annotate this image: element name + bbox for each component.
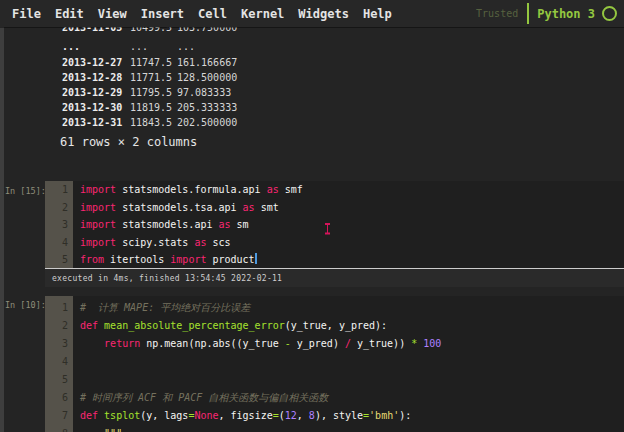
menu-bar: FileEditViewInsertCellKernelWidgetsHelp … bbox=[0, 0, 624, 27]
menu-item-widgets[interactable]: Widgets bbox=[298, 7, 349, 21]
code-line: import statsmodels.api as sm bbox=[80, 216, 624, 234]
table-cell: 2013-12-29 bbox=[62, 86, 122, 99]
menu-item-help[interactable]: Help bbox=[363, 7, 392, 21]
table-cell: 11795.5 bbox=[130, 86, 172, 99]
menu-item-cell[interactable]: Cell bbox=[198, 7, 227, 21]
menu-item-view[interactable]: View bbox=[98, 7, 127, 21]
menu-item-kernel[interactable]: Kernel bbox=[241, 7, 284, 21]
table-row: 2013-12-2811771.5128.500000 bbox=[0, 71, 624, 84]
code-line: import statsmodels.formula.api as smf bbox=[80, 181, 624, 199]
input-prompt-cell1: In [15]: bbox=[5, 186, 46, 196]
menu-item-file[interactable]: File bbox=[12, 7, 41, 21]
table-row: 2013-12-2911795.597.083333 bbox=[0, 86, 624, 99]
line-number: 3 bbox=[45, 335, 73, 353]
table-cell: 11771.5 bbox=[130, 71, 172, 84]
line-number: 4 bbox=[45, 353, 73, 371]
dataframe-output: 61 rows × 2 columns 2013-11-0510499.5103… bbox=[0, 27, 624, 160]
code-line bbox=[80, 371, 624, 389]
code-line: from itertools import product bbox=[80, 251, 624, 269]
code-line bbox=[80, 353, 624, 371]
line-number: 5 bbox=[45, 371, 73, 389]
code-cell-imports[interactable]: 12345 import statsmodels.formula.api as … bbox=[45, 181, 624, 269]
menu-item-insert[interactable]: Insert bbox=[141, 7, 184, 21]
line-number: 4 bbox=[45, 234, 73, 252]
table-row-ellipsis: ......... bbox=[0, 40, 624, 53]
table-cell: 11747.5 bbox=[130, 56, 172, 69]
mouse-text-cursor-icon bbox=[324, 223, 331, 234]
kernel-name: Python 3 bbox=[537, 7, 595, 21]
code-line: import scipy.stats as scs bbox=[80, 234, 624, 252]
table-cell: 2013-12-28 bbox=[62, 71, 122, 84]
table-cell: ... bbox=[130, 40, 148, 53]
code-line: # 计算 MAPE: 平均绝对百分比误差 bbox=[80, 299, 624, 317]
table-cell: ... bbox=[62, 40, 80, 53]
line-number-gutter: 12345678 bbox=[45, 296, 73, 432]
line-number: 7 bbox=[45, 407, 73, 425]
line-number: 8 bbox=[45, 425, 73, 432]
code-editor[interactable]: import statsmodels.formula.api as smfimp… bbox=[73, 181, 624, 268]
text-caret bbox=[255, 253, 257, 264]
code-cell-functions[interactable]: 12345678 # 计算 MAPE: 平均绝对百分比误差def mean_ab… bbox=[45, 296, 624, 432]
code-line: def tsplot(y, lags=None, figsize=(12, 8)… bbox=[80, 407, 624, 425]
line-number: 1 bbox=[45, 299, 73, 317]
kernel-separator bbox=[527, 3, 529, 24]
execute-status: executed in 4ms, finished 13:54:45 2022-… bbox=[52, 274, 282, 283]
code-editor[interactable]: # 计算 MAPE: 平均绝对百分比误差def mean_absolute_pe… bbox=[73, 296, 624, 432]
table-cell: 2013-12-31 bbox=[62, 116, 122, 129]
table-cell: 205.333333 bbox=[177, 101, 237, 114]
line-number: 1 bbox=[45, 181, 73, 199]
table-summary: 61 rows × 2 columns bbox=[60, 135, 197, 149]
code-line: def mean_absolute_percentage_error(y_tru… bbox=[80, 317, 624, 335]
table-cell: 11819.5 bbox=[130, 101, 172, 114]
code-line: # 时间序列 ACF 和 PACF 自相关函数与偏自相关函数 bbox=[80, 389, 624, 407]
line-number: 6 bbox=[45, 389, 73, 407]
code-line: return np.mean(np.abs((y_true - y_pred) … bbox=[80, 335, 624, 353]
table-cell: 2013-12-30 bbox=[62, 101, 122, 114]
table-cell: 10499.5 bbox=[130, 27, 172, 34]
execute-time-bar: executed in 4ms, finished 13:54:45 2022-… bbox=[45, 269, 624, 287]
line-number-gutter: 12345 bbox=[45, 181, 73, 268]
table-cell: 103.750000 bbox=[177, 27, 237, 34]
line-number: 2 bbox=[45, 199, 73, 217]
table-cell: 11843.5 bbox=[130, 116, 172, 129]
code-line: """ bbox=[80, 425, 624, 432]
table-cell: 97.083333 bbox=[177, 86, 231, 99]
input-prompt-cell2: In [10]: bbox=[5, 300, 46, 310]
trusted-label: Trusted bbox=[476, 8, 518, 19]
table-row: 2013-12-3111843.5202.500000 bbox=[0, 116, 624, 129]
table-cell: ... bbox=[177, 40, 195, 53]
table-cell: 128.500000 bbox=[177, 71, 237, 84]
table-cell: 2013-12-27 bbox=[62, 56, 122, 69]
line-number: 5 bbox=[45, 251, 73, 269]
jupyter-notebook-window: { "menu": { "items": ["File", "Edit", "V… bbox=[0, 0, 624, 432]
line-number: 3 bbox=[45, 216, 73, 234]
table-row: 2013-12-3011819.5205.333333 bbox=[0, 101, 624, 114]
table-cell: 161.166667 bbox=[177, 56, 237, 69]
menu-item-edit[interactable]: Edit bbox=[55, 7, 84, 21]
code-line: import statsmodels.tsa.api as smt bbox=[80, 199, 624, 217]
table-cell: 2013-11-05 bbox=[62, 27, 122, 34]
table-row: 2013-12-2711747.5161.166667 bbox=[0, 56, 624, 69]
table-cell: 202.500000 bbox=[177, 116, 237, 129]
table-row-clipped: 2013-11-0510499.5103.750000 bbox=[0, 27, 624, 34]
kernel-status-icon bbox=[602, 6, 617, 21]
menu-items: FileEditViewInsertCellKernelWidgetsHelp bbox=[0, 7, 392, 21]
kernel-area: Trusted Python 3 bbox=[476, 3, 624, 24]
line-number: 2 bbox=[45, 317, 73, 335]
